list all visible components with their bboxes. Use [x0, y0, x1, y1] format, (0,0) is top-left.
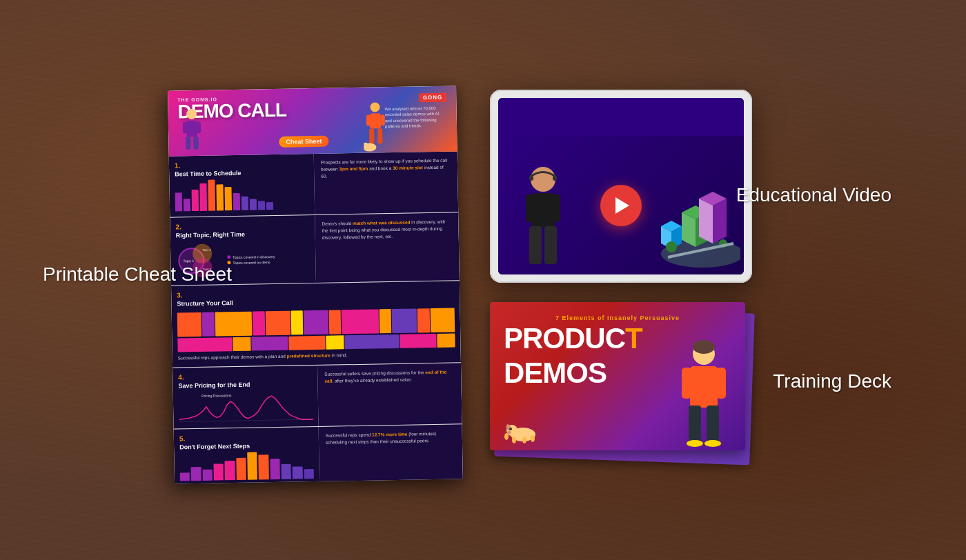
- play-triangle-icon: [615, 197, 629, 214]
- svg-rect-29: [529, 175, 533, 181]
- svg-rect-27: [529, 226, 542, 264]
- svg-rect-47: [716, 368, 726, 399]
- svg-point-6: [370, 102, 379, 112]
- cs-line-chart: Pricing Discussions: [179, 390, 313, 423]
- svg-rect-3: [193, 137, 199, 150]
- svg-marker-40: [699, 199, 713, 243]
- svg-rect-45: [690, 366, 718, 408]
- cheat-sheet-header: The Gong.io DEMO CALL GONG We analysed a…: [168, 86, 457, 156]
- svg-point-0: [186, 109, 197, 119]
- svg-point-51: [704, 440, 721, 447]
- cs-s5-bars: [179, 451, 314, 481]
- svg-point-52: [693, 340, 715, 354]
- deck-dog-icon: [504, 419, 538, 443]
- training-deck[interactable]: 7 Elements of Insanely Persuasive PRODUC…: [490, 302, 752, 461]
- cs-section-1: 1. Best Time to Schedule: [169, 151, 458, 217]
- label-cheat-sheet: Printable Cheat Sheet: [43, 262, 232, 287]
- svg-point-59: [531, 435, 535, 442]
- cs-gong-logo: GONG: [419, 93, 447, 103]
- cs-s3-num: 3.: [177, 290, 233, 299]
- tablet-person-icon: [505, 164, 581, 274]
- tablet[interactable]: [490, 90, 752, 283]
- svg-rect-5: [196, 121, 201, 133]
- cs-s2-title: Right Topic, Right Time: [176, 230, 310, 239]
- svg-text:Pricing Discussions: Pricing Discussions: [201, 393, 232, 398]
- deck-front: 7 Elements of Insanely Persuasive PRODUC…: [490, 302, 745, 450]
- tablet-play-button[interactable]: [600, 185, 642, 226]
- svg-rect-7: [370, 113, 381, 128]
- cs-structure-bars: [177, 308, 455, 337]
- svg-point-56: [504, 433, 509, 440]
- svg-rect-26: [551, 194, 560, 222]
- svg-rect-10: [366, 115, 371, 126]
- svg-rect-9: [377, 128, 382, 143]
- svg-rect-1: [186, 121, 197, 137]
- cs-person-left-icon: [177, 108, 206, 157]
- cs-section-5: 5. Don't Forget Next Steps: [174, 424, 463, 484]
- label-educational: Educational Video: [736, 183, 891, 208]
- cs-bar-chart-1: [175, 178, 309, 211]
- svg-rect-46: [682, 368, 691, 399]
- scene: The Gong.io DEMO CALL GONG We analysed a…: [0, 0, 966, 560]
- cs-s1-title: Best Time to Schedule: [175, 168, 308, 177]
- tablet-city-icon: [633, 178, 740, 274]
- cs-s5-text: Successful reps spend 12.7% more time (f…: [326, 430, 455, 446]
- svg-text:Topic 2: Topic 2: [202, 248, 212, 252]
- svg-rect-11: [381, 114, 385, 126]
- svg-rect-25: [526, 194, 535, 222]
- cs-s1-text: Prospects are far more likely to show up…: [321, 157, 451, 180]
- cs-s2-text: Demo's should match what was discussed i…: [322, 219, 451, 241]
- cs-s4-text: Successful sellers save pricing discussi…: [324, 368, 454, 384]
- cs-s1-num: 1.: [175, 159, 308, 169]
- svg-point-41: [666, 241, 677, 252]
- cs-s4-title: Save Pricing for the End: [178, 380, 312, 389]
- cs-section-3: 3. Structure Your Call: [171, 281, 461, 368]
- svg-rect-49: [707, 406, 719, 443]
- svg-point-57: [512, 437, 516, 443]
- cs-s5-num: 5.: [179, 432, 313, 442]
- svg-rect-2: [186, 137, 191, 150]
- svg-rect-48: [689, 406, 701, 443]
- svg-point-61: [507, 431, 511, 434]
- deck-top-text: 7 Elements of Insanely Persuasive: [490, 302, 745, 321]
- tablet-screen: [498, 98, 744, 274]
- svg-point-58: [522, 437, 526, 443]
- svg-point-50: [687, 440, 703, 447]
- svg-line-22: [179, 419, 313, 421]
- svg-rect-30: [553, 175, 557, 181]
- tablet-video-thumb: [498, 136, 744, 274]
- cs-s2-num: 2.: [175, 221, 309, 230]
- svg-rect-4: [183, 122, 188, 134]
- cs-s4-num: 4.: [178, 371, 312, 381]
- tablet-content: [498, 136, 744, 274]
- cs-side-text: We analysed almost 70,000 recorded sales…: [384, 106, 447, 130]
- deck-person-icon: [669, 340, 738, 450]
- cs-structure-bars-2: [177, 333, 455, 352]
- cs-s3-title: Structure Your Call: [177, 299, 233, 307]
- svg-point-23: [531, 167, 555, 192]
- svg-marker-39: [713, 199, 727, 243]
- svg-point-60: [509, 428, 512, 430]
- label-training: Training Deck: [773, 369, 891, 394]
- tablet-frame: [490, 90, 752, 283]
- tablet-top-bar: [498, 98, 744, 136]
- cs-section-4: 4. Save Pricing for the End Pricing Disc…: [172, 363, 462, 429]
- cs-person-right-icon: [363, 101, 388, 153]
- cs-s3-text: Successful reps approach their demos wit…: [178, 350, 455, 361]
- cs-s5-title: Don't Forget Next Steps: [179, 441, 313, 450]
- cs-cheat-badge: Cheat Sheet: [279, 136, 328, 148]
- svg-rect-28: [544, 226, 557, 264]
- svg-rect-8: [369, 128, 374, 143]
